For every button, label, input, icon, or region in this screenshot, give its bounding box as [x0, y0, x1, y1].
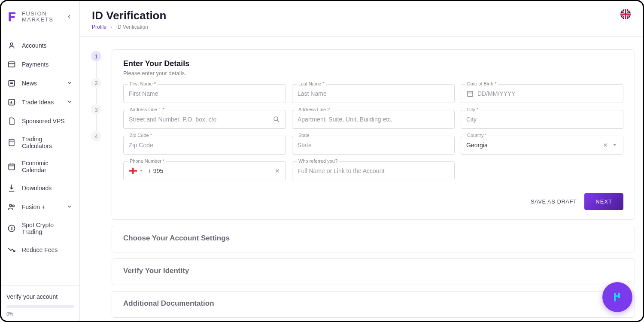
chevron-down-icon: [67, 99, 73, 106]
georgia-flag-icon: [129, 167, 137, 175]
sidebar-item-trading-calculators[interactable]: Trading Calculators: [1, 131, 79, 155]
clear-icon[interactable]: [602, 142, 608, 148]
country-select[interactable]: Country * Georgia: [461, 136, 623, 155]
sidebar-item-economic-calendar[interactable]: Economic Calendar: [1, 155, 79, 179]
sidebar-item-reduce-fees[interactable]: Reduce Fees: [1, 240, 79, 259]
address1-field[interactable]: Address Line 1 *: [123, 110, 286, 129]
title-block: ID Verification Profile › ID Verificatio…: [92, 9, 166, 30]
field-label: First Name *: [128, 81, 158, 86]
field-label: Phone Number *: [128, 158, 166, 164]
sidebar-item-accounts[interactable]: Accounts: [1, 36, 79, 55]
step1-subtitle: Please enter your details.: [123, 70, 623, 76]
page-header: ID Verification Profile › ID Verificatio…: [80, 1, 643, 36]
sidebar-item-spot-crypto[interactable]: $ Spot Crypto Trading: [1, 216, 79, 240]
sidebar-verify-block: Verify your account 0%: [1, 285, 79, 321]
sidebar-item-label: Payments: [22, 61, 49, 68]
svg-point-17: [12, 205, 14, 207]
referral-field[interactable]: Who referred you?: [292, 161, 455, 180]
panels: Enter Your Details Please enter your det…: [112, 49, 635, 312]
field-label: Last Name *: [297, 81, 326, 86]
sidebar-collapse-button[interactable]: [64, 12, 74, 22]
document-icon: [7, 117, 16, 125]
step-4[interactable]: 4: [91, 131, 101, 141]
svg-point-0: [10, 43, 13, 45]
support-icon: [610, 289, 625, 305]
state-input[interactable]: [298, 142, 449, 149]
brand-name: FUSION MARKETS: [22, 11, 53, 23]
step2-card[interactable]: Choose Your Account Settings: [112, 226, 635, 252]
step-1[interactable]: 1: [91, 51, 101, 61]
dob-input[interactable]: [477, 90, 618, 97]
sidebar-item-label: Sponsored VPS: [22, 118, 65, 125]
step-3[interactable]: 3: [91, 104, 101, 115]
step3-card[interactable]: Verify Your Identity: [112, 258, 635, 285]
trend-down-icon: [7, 246, 16, 254]
step4-card[interactable]: Additional Documentation: [112, 291, 635, 318]
stepper: 1 2 3 4: [88, 49, 105, 312]
zip-field[interactable]: Zip Code *: [123, 136, 286, 155]
field-label: Date of Birth *: [465, 81, 498, 86]
sidebar-item-label: Trade Ideas: [22, 99, 54, 106]
news-icon: [7, 79, 16, 88]
svg-text:$: $: [10, 226, 12, 231]
svg-line-24: [277, 120, 279, 122]
sidebar-item-payments[interactable]: Payments: [1, 55, 79, 74]
page-title: ID Verification: [92, 9, 166, 22]
step3-title: Verify Your Identity: [123, 267, 623, 275]
person-icon: [7, 41, 16, 50]
referral-input[interactable]: [298, 167, 449, 174]
city-field[interactable]: City *: [461, 110, 623, 129]
svg-point-23: [274, 117, 278, 121]
card-icon: [7, 60, 16, 69]
language-flag-button[interactable]: [620, 9, 631, 19]
step1-card: Enter Your Details Please enter your det…: [112, 49, 635, 220]
help-fab-button[interactable]: [602, 282, 632, 312]
zip-input[interactable]: [129, 142, 280, 149]
sidebar: FUSION MARKETS Accounts Payments News Tr…: [1, 1, 80, 321]
sidebar-item-label: Trading Calculators: [22, 136, 73, 149]
sidebar-item-downloads[interactable]: Downloads: [1, 179, 79, 197]
step-2[interactable]: 2: [91, 78, 101, 88]
breadcrumb-link-profile[interactable]: Profile: [92, 24, 106, 30]
last-name-field[interactable]: Last Name *: [292, 84, 455, 103]
form-actions: SAVE AS DRAFT NEXT: [123, 193, 623, 210]
step4-title: Additional Documentation: [123, 299, 623, 308]
phone-country-dropdown-icon[interactable]: [139, 168, 143, 174]
dob-field[interactable]: Date of Birth *: [461, 84, 623, 103]
state-field[interactable]: State: [292, 136, 455, 155]
address2-field[interactable]: Address Line 2: [292, 110, 455, 129]
sidebar-item-sponsored-vps[interactable]: Sponsored VPS: [1, 112, 79, 131]
download-icon: [7, 184, 16, 192]
breadcrumb-current: ID Verification: [116, 24, 148, 30]
clear-icon[interactable]: [274, 168, 280, 174]
dropdown-icon[interactable]: [612, 142, 618, 148]
city-input[interactable]: [466, 116, 618, 123]
field-label: Address Line 1 *: [128, 107, 166, 112]
phone-input[interactable]: [148, 167, 271, 174]
people-icon: [7, 203, 16, 211]
verify-progress-bar: [6, 305, 74, 308]
sidebar-item-trade-ideas[interactable]: Trade Ideas: [1, 93, 79, 112]
sidebar-item-news[interactable]: News: [1, 74, 79, 93]
step2-title: Choose Your Account Settings: [123, 234, 623, 243]
address2-input[interactable]: [298, 116, 449, 123]
last-name-input[interactable]: [298, 90, 449, 97]
svg-rect-27: [129, 170, 137, 171]
sidebar-item-label: Accounts: [22, 42, 47, 49]
field-label: State: [297, 133, 311, 138]
svg-point-16: [9, 204, 12, 207]
phone-field[interactable]: Phone Number *: [123, 161, 286, 180]
country-value: Georgia: [466, 142, 599, 149]
save-draft-button[interactable]: SAVE AS DRAFT: [531, 198, 577, 205]
search-icon[interactable]: [273, 115, 280, 123]
sidebar-item-fusion-plus[interactable]: Fusion +: [1, 197, 79, 216]
next-button[interactable]: NEXT: [584, 193, 623, 210]
sidebar-item-label: Economic Calendar: [22, 160, 73, 173]
sidebar-item-label: Reduce Fees: [22, 246, 58, 253]
verify-account-label: Verify your account: [6, 293, 74, 300]
first-name-input[interactable]: [129, 90, 280, 97]
calculator-icon: [7, 138, 16, 147]
chart-icon: [7, 98, 16, 106]
address1-input[interactable]: [129, 116, 269, 123]
first-name-field[interactable]: First Name *: [123, 84, 286, 103]
